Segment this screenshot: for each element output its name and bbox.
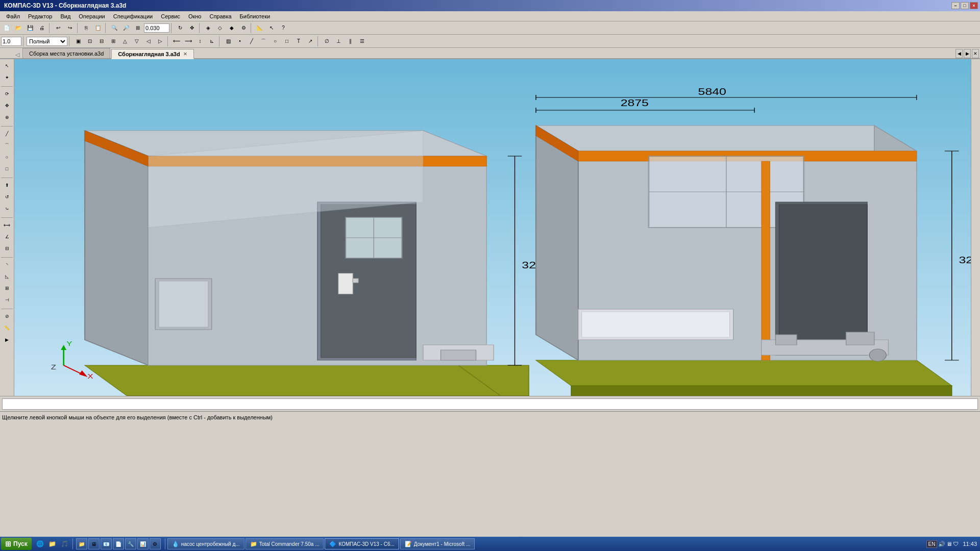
t2-sym3[interactable]: ∥: [345, 36, 356, 47]
left-arc[interactable]: ⌒: [2, 140, 13, 151]
t2-dim3[interactable]: ↕: [194, 36, 206, 47]
icon-btn7[interactable]: ⚙: [150, 538, 161, 549]
left-revolve[interactable]: ↺: [2, 191, 13, 203]
3d-viewport[interactable]: 3250: [14, 59, 980, 396]
t2-btn6[interactable]: ▽: [131, 36, 142, 47]
icon-btn3[interactable]: 📧: [101, 538, 112, 549]
menu-window[interactable]: Окно: [184, 12, 206, 20]
t2-btn4[interactable]: ⊞: [108, 36, 119, 47]
left-rotate3d[interactable]: ⟳: [2, 88, 13, 99]
zoom-in-btn[interactable]: 🔍: [109, 22, 120, 34]
view-mode-select[interactable]: Полный Каркас Без линий: [27, 37, 67, 46]
tab-assembly1[interactable]: Сборка места установки.а3d: [22, 48, 110, 58]
left-select[interactable]: ↖: [2, 60, 13, 71]
left-array[interactable]: ⊞: [2, 283, 13, 294]
media-icon[interactable]: 🎵: [59, 538, 70, 549]
ie-icon[interactable]: 🌐: [35, 538, 46, 549]
left-dim[interactable]: ⟷: [2, 219, 13, 231]
t2-sym1[interactable]: ∅: [321, 36, 332, 47]
menu-operations[interactable]: Операции: [75, 12, 109, 20]
help-btn[interactable]: ?: [278, 22, 289, 34]
left-magic[interactable]: ✦: [2, 72, 13, 83]
t2-btn5[interactable]: △: [119, 36, 131, 47]
left-zoom3d[interactable]: ⊕: [2, 112, 13, 123]
tab-assembly2[interactable]: Сборкнаглядная 3.а3d ✕: [111, 49, 193, 59]
start-button[interactable]: ⊞ Пуск: [1, 538, 32, 550]
t2-sym2[interactable]: ⊥: [333, 36, 344, 47]
tab-nav-right[interactable]: ▶: [964, 49, 971, 58]
menu-view[interactable]: Вид: [56, 12, 75, 20]
pan-btn[interactable]: ✥: [186, 22, 198, 34]
left-constraint[interactable]: ⊟: [2, 243, 13, 254]
taskbar-task2[interactable]: 🔷 КОМПАС-3D V13 - С6...: [325, 538, 399, 549]
left-line[interactable]: ╱: [2, 128, 13, 139]
menu-edit[interactable]: Редактор: [24, 12, 56, 20]
undo-btn[interactable]: ↩: [53, 22, 64, 34]
taskbar-task0[interactable]: 💧 насос центробежный д...: [167, 538, 244, 549]
scale-input[interactable]: [1, 37, 21, 46]
left-extrude[interactable]: ⬆: [2, 180, 13, 191]
icon-btn5[interactable]: 🔧: [125, 538, 136, 549]
close-button[interactable]: ×: [970, 2, 978, 9]
folder-icon[interactable]: 📁: [47, 538, 58, 549]
menu-help[interactable]: Справка: [205, 12, 235, 20]
t2-circle[interactable]: ○: [270, 36, 281, 47]
zoom-input[interactable]: [144, 23, 169, 33]
t2-hatch[interactable]: ▨: [223, 36, 234, 47]
menu-libraries[interactable]: Библиотеки: [236, 12, 275, 20]
save-btn[interactable]: 💾: [24, 22, 36, 34]
icon-btn2[interactable]: 🖥: [88, 538, 100, 549]
shaded-btn[interactable]: ◆: [226, 22, 237, 34]
tray-volume[interactable]: 🔊: [938, 541, 945, 547]
wireframe-btn[interactable]: ◇: [214, 22, 226, 34]
zoom-fit-btn[interactable]: ⊞: [132, 22, 143, 34]
left-mirror[interactable]: ⊣: [2, 294, 13, 306]
print-btn[interactable]: 🖨: [36, 22, 47, 34]
left-expand[interactable]: ▶: [2, 334, 13, 345]
menu-file[interactable]: Файл: [2, 12, 24, 20]
left-pan3d[interactable]: ✥: [2, 100, 13, 111]
t2-line[interactable]: ╱: [246, 36, 257, 47]
t2-rect[interactable]: □: [281, 36, 292, 47]
t2-dim4[interactable]: ⊾: [206, 36, 217, 47]
paste-btn[interactable]: 📋: [92, 22, 104, 34]
rotate-btn[interactable]: ↻: [175, 22, 186, 34]
left-section[interactable]: ⊘: [2, 311, 13, 322]
icon-btn6[interactable]: 📊: [137, 538, 149, 549]
menu-service[interactable]: Сервис: [157, 12, 184, 20]
taskbar-task3[interactable]: 📝 Документ1 - Microsoft ...: [400, 538, 475, 549]
select-btn[interactable]: ↖: [266, 22, 277, 34]
t2-btn2[interactable]: ⊡: [84, 36, 95, 47]
t2-point[interactable]: •: [234, 36, 246, 47]
t2-dim1[interactable]: ⟵: [171, 36, 182, 47]
t2-text[interactable]: T: [293, 36, 304, 47]
t2-leader[interactable]: ↗: [305, 36, 316, 47]
t2-dim2[interactable]: ⟶: [183, 36, 194, 47]
zoom-out-btn[interactable]: 🔎: [120, 22, 132, 34]
new-btn[interactable]: 📄: [1, 22, 12, 34]
copy-btn[interactable]: ⎘: [81, 22, 92, 34]
minimize-button[interactable]: –: [951, 2, 960, 9]
t2-btn3[interactable]: ⊟: [96, 36, 107, 47]
t2-btn1[interactable]: ▣: [72, 36, 84, 47]
window-controls[interactable]: – □ ×: [951, 2, 978, 9]
left-chamfer[interactable]: ◺: [2, 271, 13, 282]
redo-btn[interactable]: ↪: [64, 22, 76, 34]
left-sweep[interactable]: ⤿: [2, 203, 13, 214]
icon-btn4[interactable]: 📄: [113, 538, 124, 549]
t2-btn8[interactable]: ▷: [155, 36, 166, 47]
left-angle[interactable]: ∠: [2, 231, 13, 242]
maximize-button[interactable]: □: [961, 2, 969, 9]
t2-extra[interactable]: ☰: [356, 36, 368, 47]
menu-specs[interactable]: Спецификации: [109, 12, 157, 20]
render-btn[interactable]: ◈: [203, 22, 214, 34]
left-circle[interactable]: ○: [2, 152, 13, 163]
status-input[interactable]: [2, 398, 978, 410]
open-btn[interactable]: 📂: [13, 22, 24, 34]
tab-nav-left[interactable]: ◀: [955, 49, 963, 58]
left-measure2[interactable]: 📏: [2, 322, 13, 334]
tab-close-all[interactable]: ✕: [972, 49, 979, 58]
t2-arc[interactable]: ⌒: [258, 36, 269, 47]
tab-close-icon[interactable]: ✕: [183, 52, 187, 57]
measure-btn[interactable]: 📐: [254, 22, 265, 34]
